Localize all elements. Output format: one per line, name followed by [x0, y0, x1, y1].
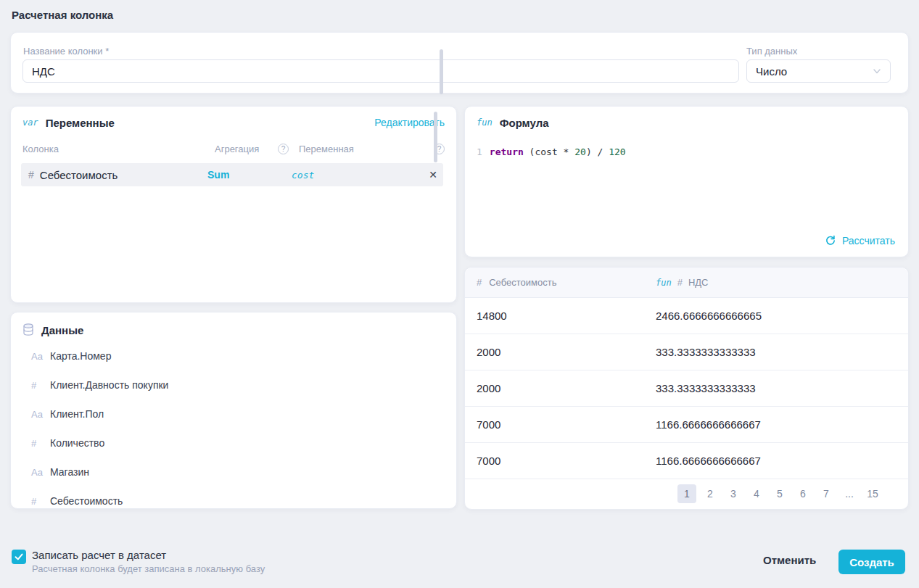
data-type-value: Число [756, 65, 787, 78]
table-row: 70001166.6666666666667 [465, 443, 908, 479]
formula-title: Формула [500, 117, 549, 129]
page-title: Расчетная колонка [12, 9, 113, 21]
results-table-header: # Себестоимость fun # НДС [465, 268, 908, 298]
number-type-icon: # [31, 438, 50, 449]
number-type-icon: # [477, 277, 482, 288]
data-type-select[interactable]: Число [746, 59, 891, 83]
code-keyword: return [490, 146, 524, 159]
save-to-dataset-checkbox[interactable] [12, 550, 26, 564]
remove-variable-icon[interactable]: ✕ [429, 169, 437, 181]
page-button[interactable]: 6 [794, 484, 812, 503]
checkmark-icon [14, 552, 24, 562]
fun-badge: fun [656, 278, 672, 288]
data-panel-title: Данные [41, 324, 83, 336]
data-type-label: Тип данных [746, 46, 797, 57]
help-icon[interactable]: ? [278, 144, 289, 154]
code-number: 120 [609, 146, 625, 159]
variables-title: Переменные [46, 117, 115, 129]
data-field-item[interactable]: Aa Магазин [11, 457, 456, 486]
table-row: 2000333.3333333333333 [465, 334, 908, 370]
refresh-icon [825, 235, 836, 247]
data-field-item[interactable]: Aa Клиент.Пол [11, 399, 456, 428]
cancel-button[interactable]: Отменить [763, 554, 816, 566]
data-fields-panel: Данные Aa Карта.Номер # Клиент.Давность … [10, 312, 457, 509]
results-table-panel: # Себестоимость fun # НДС 148002466.6666… [464, 267, 909, 510]
column-header: Колонка [22, 144, 215, 154]
data-field-item[interactable]: Aa Карта.Номер [11, 341, 456, 370]
variable-column-name: Себестоимость [40, 169, 118, 181]
page-button[interactable]: 2 [701, 484, 720, 503]
page-button[interactable]: 4 [747, 484, 766, 503]
data-field-item[interactable]: # Количество [11, 428, 456, 457]
create-button[interactable]: Создать [838, 550, 905, 574]
code-number: 20 [574, 146, 586, 159]
number-type-icon: # [677, 277, 683, 288]
variable-header: Переменная [299, 144, 424, 154]
number-type-icon: # [28, 169, 34, 181]
line-number: 1 [477, 146, 482, 159]
table-row: 70001166.6666666666667 [465, 407, 908, 443]
column-settings-card: Название колонки * Тип данных Число [10, 32, 909, 94]
results-table-scrollbar[interactable] [434, 112, 437, 162]
pagination: 1 2 3 4 5 6 7 ... 15 [677, 484, 882, 503]
column-name-label: Название колонки * [23, 46, 109, 57]
page-button[interactable]: 7 [817, 484, 836, 503]
fun-badge: fun [477, 117, 493, 128]
page-button[interactable]: 5 [770, 484, 789, 503]
number-type-icon: # [31, 380, 50, 391]
data-panel-scrollbar[interactable] [440, 49, 443, 94]
save-to-dataset-hint: Расчетная колонка будет записана в локал… [32, 563, 265, 574]
aggregation-header: Агрегация [215, 144, 259, 154]
calculated-column-dialog: Расчетная колонка Название колонки * Тип… [0, 0, 919, 588]
text-type-icon: Aa [31, 351, 50, 362]
text-type-icon: Aa [31, 409, 50, 420]
database-icon [22, 323, 34, 336]
number-type-icon: # [31, 496, 50, 507]
formula-panel: fun Формула 1 return (cost * 20) / 120 Р… [464, 106, 909, 257]
formula-code-editor[interactable]: 1 return (cost * 20) / 120 [465, 138, 908, 159]
variables-panel: var Переменные Редактировать Колонка Агр… [10, 106, 457, 303]
table-row: 148002466.6666666666665 [465, 298, 908, 334]
calculate-button[interactable]: Рассчитать [825, 235, 895, 247]
save-to-dataset-label: Записать расчет в датасет [32, 549, 166, 561]
data-field-item[interactable]: # Себестоимость [11, 486, 456, 509]
variable-row: # Себестоимость Sum cost ✕ [21, 163, 443, 186]
page-button[interactable]: 3 [724, 484, 743, 503]
variables-table-header: Колонка Агрегация ? Переменная ? [11, 138, 456, 159]
data-field-item[interactable]: # Клиент.Давность покупки [11, 370, 456, 399]
aggregation-value[interactable]: Sum [207, 169, 292, 181]
calculated-column-header: НДС [688, 277, 709, 288]
text-type-icon: Aa [31, 467, 50, 478]
page-button[interactable]: 15 [863, 484, 882, 503]
page-button[interactable]: 1 [677, 484, 696, 503]
table-row: 2000333.3333333333333 [465, 370, 908, 407]
column-name-input[interactable] [22, 59, 739, 83]
chevron-down-icon [873, 67, 881, 75]
page-ellipsis[interactable]: ... [840, 484, 859, 503]
var-badge: var [22, 117, 38, 128]
source-column-header: Себестоимость [489, 277, 556, 288]
variable-name[interactable]: cost [292, 170, 417, 181]
